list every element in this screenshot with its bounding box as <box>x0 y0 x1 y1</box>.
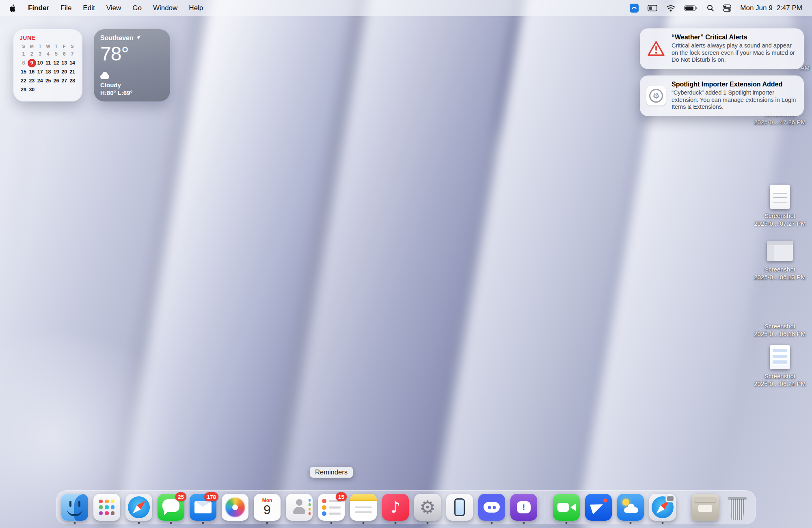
desktop-icon-label: Screenshot2025-0....06.24 PM <box>745 373 812 388</box>
dock-item-iphone-mirroring[interactable] <box>446 494 473 521</box>
dock-item-photos[interactable] <box>222 494 248 521</box>
battery-icon[interactable] <box>684 5 698 11</box>
discord-icon <box>478 494 505 521</box>
calendar-day: 4 <box>44 50 52 58</box>
desktop-icon-label: Screenshot2025-0....07.27 PM <box>745 212 812 228</box>
running-indicator <box>630 522 632 524</box>
launchpad-icon <box>93 494 120 521</box>
calendar-day: 12 <box>52 59 60 67</box>
weather-condition: Cloudy <box>100 82 164 88</box>
dock-item-settings[interactable]: ⚙ <box>414 494 441 521</box>
notification-text: Spotlight Importer Extension Added“Cyber… <box>672 81 798 111</box>
menu-edit[interactable]: Edit <box>83 4 95 12</box>
file-icon-window <box>767 241 793 261</box>
running-indicator <box>491 522 493 524</box>
spotlight-icon[interactable] <box>707 4 714 12</box>
menu-help[interactable]: Help <box>189 4 203 12</box>
dock-item-weather[interactable] <box>617 494 644 521</box>
safari-webapp-icon <box>649 494 676 521</box>
wifi-icon[interactable] <box>666 5 675 12</box>
desktop-icon-screenshot-0624[interactable]: Screenshot2025-0....06.24 PM <box>745 345 812 388</box>
label-line: Screenshot <box>745 323 812 330</box>
menu-go[interactable]: Go <box>132 4 142 12</box>
notification-1[interactable]: “Weather” Critical AlertsCritical alerts… <box>640 28 804 69</box>
calendar-day: 14 <box>68 59 76 67</box>
menu-window[interactable]: Window <box>153 4 177 12</box>
notification-badge: 15 <box>336 492 347 501</box>
dock-item-facetime[interactable] <box>553 494 580 521</box>
dock-item-archive[interactable] <box>692 494 719 521</box>
calendar-day: 2 <box>28 50 36 58</box>
menu-extra-app-icon[interactable] <box>630 4 639 13</box>
dock-item-reminders[interactable]: 15 <box>318 494 345 521</box>
dock-item-feedback-assistant[interactable]: ! <box>510 494 537 521</box>
notification-2[interactable]: ⚙Spotlight Importer Extension Added“Cybe… <box>640 75 804 116</box>
dock-item-discord[interactable] <box>478 494 505 521</box>
flight-app-icon <box>585 494 612 521</box>
menu-items: FileEditViewGoWindowHelp <box>60 4 203 12</box>
active-app-name[interactable]: Finder <box>28 4 49 12</box>
control-center-icon[interactable] <box>723 4 731 12</box>
dock-item-messages[interactable]: 25 <box>158 494 184 521</box>
calendar-day: 30 <box>28 86 36 94</box>
dock-item-safari[interactable] <box>125 494 152 521</box>
calendar-day: 3 <box>36 50 44 58</box>
window-tile-icon[interactable] <box>648 4 657 12</box>
notification-title: Spotlight Importer Extension Added <box>672 81 798 88</box>
clock-time: 2:47 PM <box>777 4 802 12</box>
calendar-day-header: F <box>60 43 68 50</box>
calendar-day: 17 <box>36 68 44 76</box>
running-indicator <box>363 522 365 524</box>
dock-item-trash[interactable] <box>724 494 751 521</box>
calendar-widget[interactable]: JUNE SMTWTFS1234567891011121314151617181… <box>13 29 82 101</box>
calendar-day: 28 <box>68 77 76 85</box>
calendar-day: 22 <box>19 77 28 85</box>
desktop-icon-screenshot-0727[interactable]: Screenshot2025-0....07.27 PM <box>745 185 812 228</box>
label-line: Screenshot <box>745 373 812 380</box>
dock-item-music[interactable]: ♪ <box>382 494 409 521</box>
dock-item-flight-app[interactable] <box>585 494 612 521</box>
label-line: 2025-0....47.26 PM <box>745 119 812 126</box>
menu-clock[interactable]: Mon Jun 9 2:47 PM <box>740 4 802 12</box>
weather-temperature: 78° <box>100 43 164 65</box>
running-indicator <box>202 522 204 524</box>
notification-text: “Weather” Critical AlertsCritical alerts… <box>672 34 798 64</box>
calendar-month-label: JUNE <box>19 34 76 41</box>
menu-view[interactable]: View <box>106 4 121 12</box>
calendar-day: 7 <box>68 50 76 58</box>
menu-bar: Finder FileEditViewGoWindowHelp Mon Jun … <box>0 0 812 16</box>
calendar-day: 21 <box>68 68 76 76</box>
calendar-day: 27 <box>60 77 68 85</box>
finder-icon <box>61 494 88 521</box>
weather-location: Southaven <box>100 34 134 42</box>
menu-file[interactable]: File <box>60 4 71 12</box>
calendar-day-header: T <box>36 43 44 50</box>
dock-item-contacts[interactable] <box>286 494 313 521</box>
photos-icon <box>222 494 248 521</box>
calendar-day: 16 <box>28 68 36 76</box>
calendar-day: 9 <box>28 59 36 67</box>
dock-item-mail[interactable]: 178 <box>190 494 216 521</box>
dock-item-notes[interactable] <box>350 494 377 521</box>
desktop-icon-screenshot-0616[interactable]: Screenshot2025-0....06.16 PM <box>745 323 812 338</box>
apple-menu-icon[interactable] <box>10 4 17 12</box>
dock-item-launchpad[interactable] <box>93 494 120 521</box>
notification-badge: 25 <box>175 492 186 501</box>
calendar-day: 20 <box>60 68 68 76</box>
window-titlebar <box>767 241 793 245</box>
dock: 25178Mon915♪⚙! <box>56 490 756 524</box>
label-line: Screenshot <box>745 266 812 274</box>
dock-item-safari-webapp[interactable] <box>649 494 676 521</box>
notification-badge: 178 <box>204 492 218 501</box>
weather-widget[interactable]: Southaven 78° Cloudy H:80° L:69° <box>94 29 170 101</box>
calendar-day: 10 <box>36 59 44 67</box>
dock-item-finder[interactable] <box>61 494 88 521</box>
contacts-icon <box>286 494 313 521</box>
desktop-icon-screenshot-0613[interactable]: Screenshot2025-0....06.13 PM <box>745 238 812 281</box>
running-indicator <box>662 522 664 524</box>
weather-high-low: H:80° L:69° <box>100 89 164 96</box>
dock-item-calendar[interactable]: Mon9 <box>254 494 281 521</box>
calendar-day-header: S <box>19 43 28 50</box>
menu-bar-status: Mon Jun 9 2:47 PM <box>630 4 802 13</box>
running-indicator <box>138 522 140 524</box>
